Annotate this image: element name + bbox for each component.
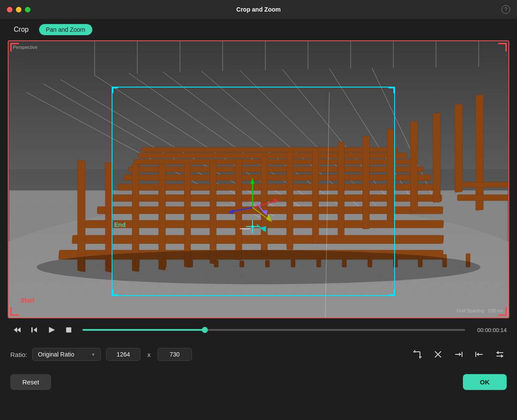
svg-rect-95 xyxy=(31,327,33,332)
svg-marker-116 xyxy=(501,354,503,358)
window-title: Crop and Zoom xyxy=(236,6,280,13)
playback-slider[interactable] xyxy=(82,329,465,331)
tab-bar: Crop Pan and Zoom xyxy=(0,19,517,40)
slider-thumb[interactable] xyxy=(202,327,208,333)
maximize-button[interactable] xyxy=(25,7,30,12)
svg-rect-73 xyxy=(457,195,508,201)
svg-rect-37 xyxy=(134,159,416,164)
minimize-button[interactable] xyxy=(16,7,21,12)
width-input[interactable] xyxy=(106,348,140,361)
tab-crop[interactable]: Crop xyxy=(10,24,32,35)
svg-rect-36 xyxy=(129,166,423,172)
swap-dimensions-button[interactable] xyxy=(493,347,507,361)
svg-marker-112 xyxy=(477,353,479,356)
title-bar: Crop and Zoom ? xyxy=(0,0,517,19)
play-button[interactable] xyxy=(45,323,58,337)
traffic-lights xyxy=(7,7,30,12)
svg-rect-51 xyxy=(362,136,369,229)
end-label: End xyxy=(114,221,125,228)
start-label: Start xyxy=(21,297,34,304)
svg-rect-39 xyxy=(142,147,398,152)
svg-rect-54 xyxy=(433,113,440,202)
svg-rect-56 xyxy=(476,94,484,210)
svg-point-75 xyxy=(36,250,481,284)
dimension-separator: x xyxy=(147,351,151,358)
viewport[interactable]: Perspective Start End Grid Spacing : 100… xyxy=(8,40,509,318)
svg-rect-74 xyxy=(462,182,508,187)
close-button[interactable] xyxy=(7,7,12,12)
step-back-button[interactable] xyxy=(27,323,41,337)
chevron-down-icon: ▼ xyxy=(91,352,95,357)
time-display: 00:00:00:14 xyxy=(477,327,507,333)
help-icon[interactable]: ? xyxy=(502,5,510,14)
svg-marker-114 xyxy=(496,351,499,354)
svg-point-86 xyxy=(251,225,254,228)
scene-canvas: Perspective Start End Grid Spacing : 100… xyxy=(9,41,508,317)
svg-rect-45 xyxy=(210,161,216,264)
ratio-selected-value: Original Ratio xyxy=(38,351,74,358)
ratio-bar: Ratio: Original Ratio ▼ x xyxy=(0,341,517,367)
controls-bar: 00:00:00:14 xyxy=(0,318,517,341)
svg-marker-96 xyxy=(33,327,37,332)
stop-button[interactable] xyxy=(62,323,76,337)
svg-rect-48 xyxy=(287,152,293,250)
svg-rect-35 xyxy=(124,175,431,181)
grid-spacing-label: Grid Spacing : 100 cm xyxy=(456,308,503,313)
svg-marker-94 xyxy=(17,327,21,332)
align-left-button[interactable] xyxy=(472,347,486,361)
ok-button[interactable]: OK xyxy=(463,374,507,390)
svg-rect-30 xyxy=(72,235,444,244)
ratio-dropdown[interactable]: Original Ratio ▼ xyxy=(32,348,101,361)
svg-rect-49 xyxy=(312,148,319,244)
action-bar: Reset OK xyxy=(0,367,517,397)
height-input[interactable] xyxy=(158,348,192,361)
reset-button[interactable]: Reset xyxy=(10,374,51,390)
svg-marker-97 xyxy=(49,327,55,333)
perspective-label: Perspective xyxy=(13,45,37,50)
svg-marker-93 xyxy=(14,327,17,332)
svg-rect-50 xyxy=(338,142,344,237)
slider-track xyxy=(82,329,465,331)
ratio-label: Ratio: xyxy=(10,351,27,358)
align-right-button[interactable] xyxy=(452,347,465,361)
skip-back-button[interactable] xyxy=(10,323,24,337)
close-ratio-button[interactable] xyxy=(431,347,445,361)
svg-marker-108 xyxy=(459,353,461,356)
tab-pan-zoom[interactable]: Pan and Zoom xyxy=(39,24,92,35)
svg-rect-55 xyxy=(455,104,462,192)
scene-svg xyxy=(9,41,508,317)
viewport-corner-tr xyxy=(498,43,507,51)
crop-resize-button[interactable] xyxy=(411,347,424,361)
svg-rect-52 xyxy=(387,129,394,221)
slider-fill xyxy=(82,329,205,331)
svg-rect-53 xyxy=(411,121,418,212)
viewport-corner-bl xyxy=(10,307,19,316)
svg-rect-98 xyxy=(66,327,71,332)
ratio-actions xyxy=(411,347,507,361)
